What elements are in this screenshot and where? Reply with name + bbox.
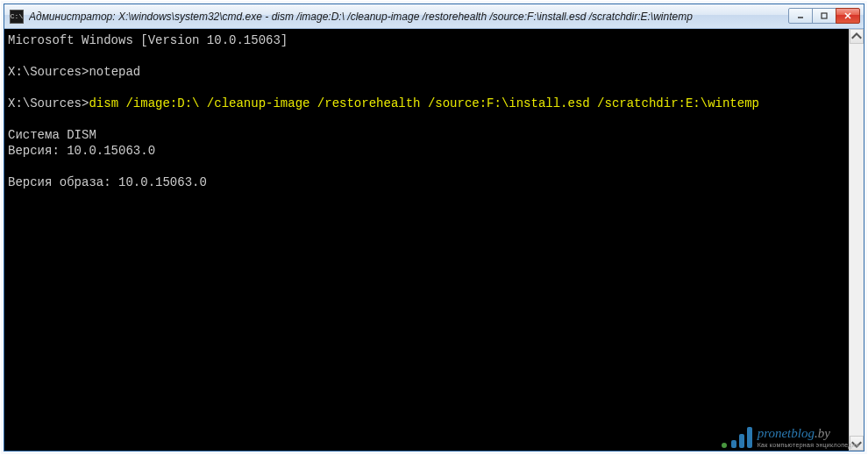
titlebar[interactable]: C:\ Администратор: X:\windows\system32\c… [4,4,864,29]
window-controls [789,8,860,25]
cmd-icon: C:\ [10,10,24,24]
prompt: X:\Sources> [8,96,89,110]
command-text: notepad [89,65,140,79]
close-icon [843,11,852,20]
prompt: X:\Sources> [8,65,89,79]
window-title: Администратор: X:\windows\system32\cmd.e… [29,11,789,23]
output-line: Версия образа: 10.0.15063.0 [8,175,207,189]
chevron-up-icon [850,31,863,43]
maximize-icon [820,11,829,20]
output-line: Версия: 10.0.15063.0 [8,144,155,158]
terminal-area: Microsoft Windows [Version 10.0.15063] X… [4,29,864,451]
terminal-output[interactable]: Microsoft Windows [Version 10.0.15063] X… [4,29,849,451]
command-text: dism /image:D:\ /cleanup-image /restoreh… [89,96,759,110]
output-line: Система DISM [8,128,96,142]
scroll-up-button[interactable] [850,29,864,44]
scroll-track[interactable] [850,44,864,436]
minimize-button[interactable] [788,8,813,24]
cmd-window: C:\ Администратор: X:\windows\system32\c… [4,4,864,451]
scroll-down-button[interactable] [850,436,864,451]
minimize-icon [796,11,805,20]
close-button[interactable] [836,8,860,24]
maximize-button[interactable] [812,8,836,24]
vertical-scrollbar[interactable] [849,29,864,451]
chevron-down-icon [850,437,863,450]
output-line: Microsoft Windows [Version 10.0.15063] [8,33,288,47]
svg-rect-1 [822,13,827,18]
